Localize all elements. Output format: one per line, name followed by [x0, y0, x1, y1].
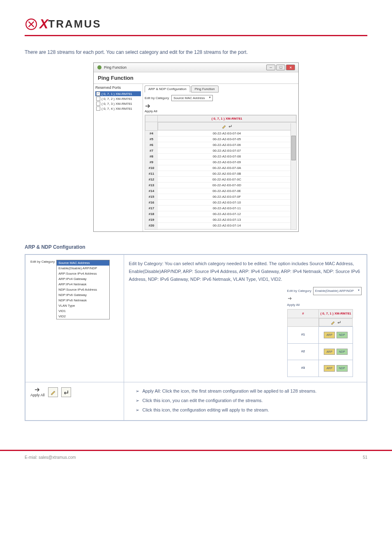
- snippet-row: #1ARPNDP: [287, 326, 353, 343]
- row-mac[interactable]: 00-22-A2-E0-07-13: [158, 217, 296, 223]
- edit-button-icon[interactable]: [48, 387, 58, 397]
- table-row: #600-22-A2-E0-07-06: [145, 142, 296, 148]
- snippet-row-index: #2: [287, 343, 319, 360]
- port-item[interactable]: ✓( 0, 7, 1 ) XM-RM781: [95, 91, 141, 96]
- snippet-row: #3ARPNDP: [287, 360, 353, 377]
- table-row: #800-22-A2-E0-07-08: [145, 154, 296, 160]
- table-row: #1100-22-A2-E0-07-0B: [145, 171, 296, 177]
- dropdown-option[interactable]: NDP:IPv6 Netmask: [57, 298, 109, 303]
- row-mac[interactable]: 00-22-A2-E0-07-0B: [158, 171, 296, 177]
- maximize-button[interactable]: ☐: [276, 65, 285, 70]
- svg-point-1: [97, 65, 101, 69]
- row-mac[interactable]: 00-22-A2-E0-07-0A: [158, 165, 296, 171]
- dropdown-option[interactable]: VLAN Type: [57, 303, 109, 308]
- row-mac[interactable]: 00-22-A2-E0-07-14: [158, 223, 296, 229]
- stream-table-wrap: ( 0, 7, 1 ) XM-RM781 #400-22-A2-E0-07-04…: [145, 115, 297, 230]
- row-mac[interactable]: 00-22-A2-E0-07-07: [158, 148, 296, 154]
- row-mac[interactable]: 00-22-A2-E0-07-06: [158, 142, 296, 148]
- port-item[interactable]: ( 0, 7, 2 ) XM-RM781: [95, 96, 141, 101]
- row-mac[interactable]: 00-22-A2-E0-07-08: [158, 154, 296, 160]
- snippet-row-index: #3: [287, 360, 319, 377]
- apply-button-icon[interactable]: [61, 387, 71, 397]
- row-mac[interactable]: 00-22-A2-E0-07-04: [158, 131, 296, 136]
- row-index: #7: [145, 148, 158, 154]
- apply-all-icon[interactable]: [145, 104, 151, 109]
- header-divider: [25, 35, 367, 36]
- row-mac[interactable]: 00-22-A2-E0-07-0C: [158, 177, 296, 183]
- dropdown-option[interactable]: ARP:Source IPv4 Address: [57, 271, 109, 276]
- row-mac[interactable]: 00-22-A2-E0-07-05: [158, 136, 296, 142]
- snippet-row-index: #1: [287, 326, 319, 343]
- ndp-toggle[interactable]: NDP: [337, 332, 348, 338]
- scroll-thumb[interactable]: [291, 136, 296, 160]
- port-item[interactable]: ( 0, 7, 4 ) XM-RM781: [95, 106, 141, 111]
- dropdown-option[interactable]: VID2: [57, 314, 109, 319]
- tabs: ARP & NDP ConfigurationPing Function: [145, 86, 297, 92]
- arp-toggle[interactable]: ARP: [324, 332, 334, 338]
- dropdown-option[interactable]: Source MAC Address: [57, 260, 109, 266]
- port-item[interactable]: ( 0, 7, 3 ) XM-RM781: [95, 101, 141, 106]
- footer-email: E-mial: sales@xtramus.com: [25, 455, 76, 460]
- logo-text: TRAMUS: [48, 18, 101, 30]
- minimize-button[interactable]: ─: [266, 65, 275, 70]
- category-dropdown-expanded[interactable]: Source MAC AddressEnable(Disable) ARP/ND…: [56, 260, 110, 319]
- port-label: ( 0, 7, 2 ) XM-RM781: [101, 97, 132, 101]
- enter-icon[interactable]: [228, 124, 233, 129]
- apply-all-icon-small[interactable]: [287, 296, 293, 301]
- row-mac[interactable]: 00-22-A2-E0-07-11: [158, 206, 296, 211]
- table-row: #700-22-A2-E0-07-07: [145, 148, 296, 154]
- port-checkbox[interactable]: [96, 106, 100, 111]
- row-mac[interactable]: 00-22-A2-E0-07-0D: [158, 183, 296, 188]
- row-mac[interactable]: 00-22-A2-E0-07-0F: [158, 194, 296, 200]
- scrollbar[interactable]: [291, 123, 296, 229]
- dropdown-option[interactable]: NDP:Source IPv6 Address: [57, 287, 109, 292]
- port-label: ( 0, 7, 1 ) XM-RM781: [101, 92, 132, 96]
- row-mac[interactable]: 00-22-A2-E0-07-0E: [158, 188, 296, 194]
- row-mac[interactable]: 00-22-A2-E0-07-12: [158, 211, 296, 217]
- port-label: ( 0, 7, 3 ) XM-RM781: [101, 102, 132, 106]
- dropdown-option[interactable]: ARP:IPv4 Netmask: [57, 282, 109, 287]
- edit-label-snippet: Edit by Category: [30, 260, 55, 319]
- table-row: #1800-22-A2-E0-07-12: [145, 211, 296, 217]
- row-index: #19: [145, 217, 158, 223]
- edit-category-description: Edit by Category: You can select which c…: [129, 260, 362, 283]
- description-table: Edit by Category Source MAC AddressEnabl…: [25, 254, 367, 421]
- edit-by-category-label: Edit by Category: [145, 96, 169, 100]
- row-mac[interactable]: 00-22-A2-E0-07-15: [158, 229, 296, 230]
- dropdown-option[interactable]: NDP:IPv6 Gateway: [57, 292, 109, 298]
- brand-logo: X TRAMUS: [25, 16, 367, 32]
- apply-all-icon-cell[interactable]: [34, 387, 41, 392]
- category-dropdown[interactable]: Source MAC Address: [171, 95, 212, 101]
- dropdown-option[interactable]: VID1: [57, 308, 109, 314]
- row-index: #13: [145, 183, 158, 188]
- row-index: #16: [145, 200, 158, 206]
- enter-icon[interactable]: [337, 320, 341, 325]
- dropdown-option[interactable]: Enable(Disable) ARP/NDP: [57, 266, 109, 271]
- table-row: #2000-22-A2-E0-07-14: [145, 223, 296, 229]
- pencil-icon[interactable]: [221, 124, 226, 129]
- table-row: #1500-22-A2-E0-07-0F: [145, 194, 296, 200]
- arp-toggle[interactable]: ARP: [324, 349, 334, 355]
- category-dropdown-right[interactable]: Enable(Disable) ARP/NDP: [313, 287, 362, 295]
- page-number: 51: [363, 455, 367, 460]
- pencil-icon[interactable]: [330, 320, 335, 325]
- tab[interactable]: ARP & NDP Configuration: [145, 86, 190, 92]
- dropdown-option[interactable]: ARP:IPv4 Gateway: [57, 276, 109, 282]
- port-checkbox[interactable]: [96, 97, 100, 101]
- tab[interactable]: Ping Function: [191, 86, 219, 92]
- row-index: #18: [145, 211, 158, 217]
- row-index: #4: [145, 131, 158, 136]
- port-checkbox[interactable]: ✓: [96, 92, 100, 96]
- row-mac[interactable]: 00-22-A2-E0-07-10: [158, 200, 296, 206]
- port-checkbox[interactable]: [96, 102, 100, 106]
- arp-toggle[interactable]: ARP: [324, 365, 334, 372]
- apply-all-label-right: Apply All: [287, 302, 362, 308]
- row-index: #20: [145, 223, 158, 229]
- stream-table: ( 0, 7, 1 ) XM-RM781 #400-22-A2-E0-07-04…: [145, 115, 296, 230]
- row-mac[interactable]: 00-22-A2-E0-07-09: [158, 160, 296, 165]
- ndp-toggle[interactable]: NDP: [337, 365, 348, 372]
- table-row: #1200-22-A2-E0-07-0C: [145, 177, 296, 183]
- ndp-toggle[interactable]: NDP: [337, 349, 348, 355]
- table-row: #1300-22-A2-E0-07-0D: [145, 183, 296, 188]
- close-button[interactable]: ✕: [286, 65, 295, 70]
